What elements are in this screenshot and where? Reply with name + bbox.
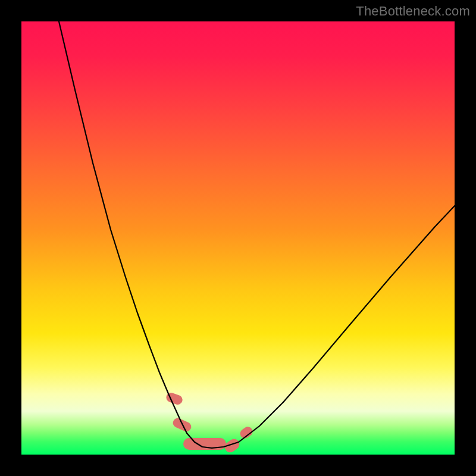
chart-frame: TheBottleneck.com: [0, 0, 476, 476]
bottleneck-curve: [59, 21, 455, 448]
marker-bottom-bar: [183, 438, 226, 450]
plot-area: [21, 21, 455, 455]
chart-svg: [21, 21, 455, 455]
watermark-text: TheBottleneck.com: [356, 4, 470, 19]
marker-group: [165, 392, 254, 455]
